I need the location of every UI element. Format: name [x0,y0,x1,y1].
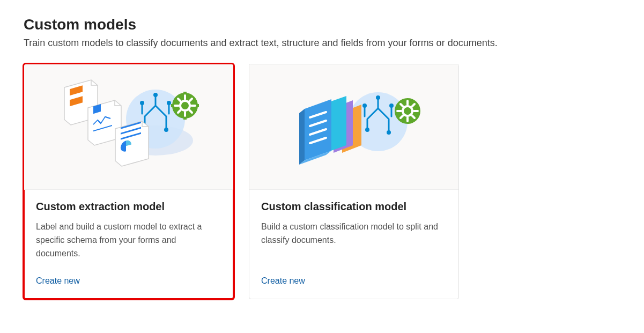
svg-point-5 [140,101,144,105]
card-description-classification: Build a custom classification model to s… [261,220,447,260]
svg-point-23 [387,130,391,135]
page-title: Custom models [24,16,620,33]
card-body: Custom classification model Build a cust… [249,190,458,299]
svg-point-22 [365,128,369,132]
documents-extraction-icon [48,73,209,181]
page-subtitle: Train custom models to classify document… [24,38,620,49]
card-title-classification: Custom classification model [261,201,447,213]
documents-classification-icon [273,73,434,181]
create-new-classification-link[interactable]: Create new [261,276,447,286]
svg-point-25 [389,103,394,108]
card-illustration-classification [249,64,458,190]
svg-point-4 [164,128,168,132]
card-description-extraction: Label and build a custom model to extrac… [36,220,221,260]
svg-point-6 [167,101,171,105]
create-new-extraction-link[interactable]: Create new [36,276,221,286]
cards-container: Custom extraction model Label and build … [24,64,620,299]
svg-point-2 [153,93,158,97]
card-custom-classification[interactable]: Custom classification model Build a cust… [249,64,459,299]
svg-point-24 [362,103,367,108]
svg-point-21 [376,95,380,100]
card-illustration-extraction [24,64,233,190]
card-body: Custom extraction model Label and build … [24,190,233,299]
card-title-extraction: Custom extraction model [36,201,221,213]
card-custom-extraction[interactable]: Custom extraction model Label and build … [24,64,234,299]
